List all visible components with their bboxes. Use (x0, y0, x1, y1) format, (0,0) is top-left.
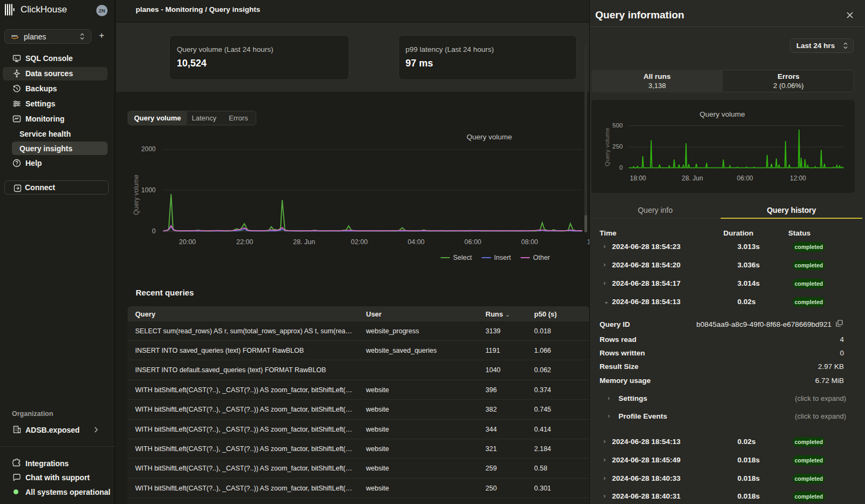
svg-text:aws: aws (11, 34, 18, 37)
